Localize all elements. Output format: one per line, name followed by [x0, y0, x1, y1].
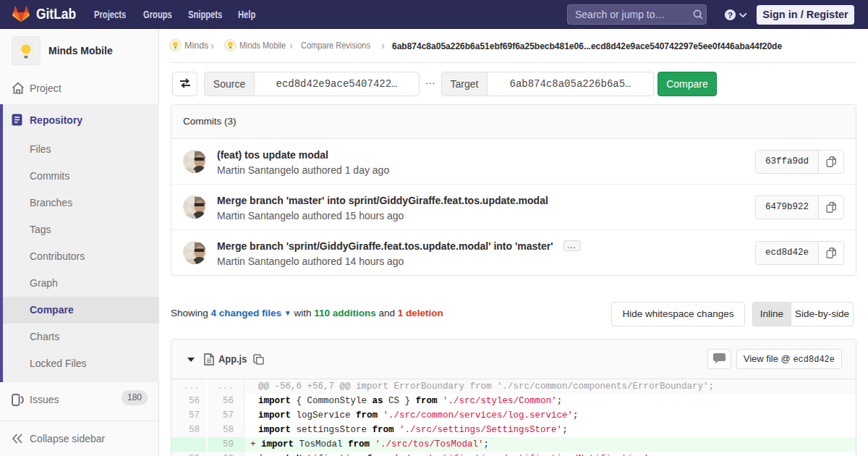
svg-text:?: ?: [728, 11, 733, 20]
